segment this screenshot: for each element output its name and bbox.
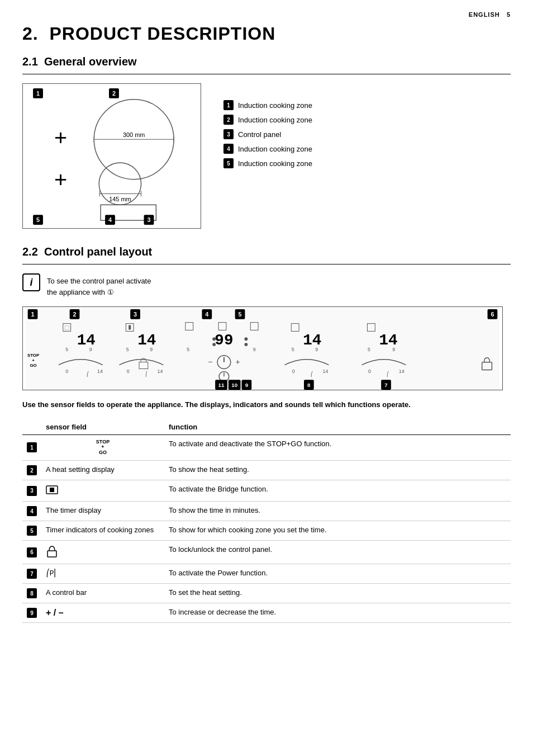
svg-text:0: 0 — [368, 368, 371, 374]
row-badge-6: 6 — [27, 547, 37, 557]
legend-badge-5: 5 — [223, 158, 234, 168]
row-num-7: 7 — [22, 564, 41, 584]
legend-item-5: 5 Induction cooking zone — [223, 158, 312, 168]
table-row: 3To activate the Bridge function. — [22, 480, 511, 502]
intro-text: Use the sensor fields to operate the app… — [22, 399, 511, 410]
svg-point-61 — [212, 343, 216, 346]
row-sensor-3 — [41, 480, 164, 502]
legend-item-4: 4 Induction cooking zone — [223, 144, 312, 154]
section-text: PRODUCT DESCRIPTION — [49, 23, 275, 44]
svg-text:5: 5 — [65, 347, 68, 352]
svg-rect-48 — [129, 325, 131, 330]
legend-label-4: Induction cooking zone — [238, 145, 312, 153]
svg-text:+: + — [236, 357, 240, 366]
page-header: ENGLISH 5 — [22, 11, 511, 18]
svg-text:+: + — [54, 125, 67, 149]
svg-text:1: 1 — [31, 311, 35, 318]
svg-text:99: 99 — [215, 332, 233, 349]
row-function-5: To show for which cooking zone you set t… — [164, 521, 511, 541]
svg-text:⎛: ⎛ — [387, 371, 389, 377]
stop-go-icon: STOP+GO — [46, 440, 160, 456]
svg-text:14: 14 — [77, 332, 96, 349]
svg-text:9: 9 — [150, 347, 153, 352]
svg-text:9: 9 — [392, 347, 395, 352]
col-function-header: function — [164, 419, 511, 435]
svg-rect-98 — [50, 488, 54, 492]
control-panel-diagram: 1 2 3 4 5 6 STOP + GO ⬚ 14 5 9 0 ⎛ 14 — [22, 306, 503, 390]
row-badge-8: 8 — [27, 588, 37, 598]
legend-badge-2: 2 — [223, 115, 234, 125]
table-row: 8A control barTo set the heat setting. — [22, 584, 511, 603]
bridge-icon — [46, 488, 58, 497]
row-sensor-2: A heat setting display — [41, 461, 164, 480]
row-num-8: 8 — [22, 584, 41, 603]
table-row: 2A heat setting displayTo show the heat … — [22, 461, 511, 480]
svg-text:3: 3 — [134, 311, 137, 318]
row-function-2: To show the heat setting. — [164, 461, 511, 480]
svg-text:14: 14 — [323, 368, 329, 374]
svg-text:⎛: ⎛ — [87, 371, 89, 377]
row-badge-1: 1 — [27, 442, 37, 452]
svg-text:145 mm: 145 mm — [109, 196, 131, 202]
svg-rect-23 — [26, 307, 500, 390]
svg-text:2: 2 — [73, 311, 77, 318]
sub-num-21: 2.1 — [22, 55, 38, 68]
legend-label-2: Induction cooking zone — [238, 116, 312, 124]
info-note: To see the control panel activatethe app… — [47, 277, 151, 296]
svg-text:1: 1 — [36, 90, 40, 97]
svg-point-63 — [244, 343, 248, 346]
table-row: 7⎛P⎜To activate the Power function. — [22, 564, 511, 584]
section-title: 2. PRODUCT DESCRIPTION — [22, 23, 511, 44]
svg-text:⎛: ⎛ — [311, 371, 313, 377]
row-sensor-5: Timer indicators of cooking zones — [41, 521, 164, 541]
row-sensor-8: A control bar — [41, 584, 164, 603]
sub-title-21: General overview — [44, 55, 137, 68]
legend-badge-3: 3 — [223, 129, 234, 139]
cooktop-diagram: 1 2 + 300 mm + 145 mm — [22, 83, 201, 229]
row-sensor-9: + / – — [41, 603, 164, 623]
row-num-3: 3 — [22, 480, 41, 502]
page-number: 5 — [507, 11, 511, 18]
row-badge-5: 5 — [27, 526, 37, 536]
table-row: 4The timer displayTo show the time in mi… — [22, 502, 511, 521]
svg-text:300 mm: 300 mm — [123, 131, 145, 138]
table-row: 6To lock/unlock the control panel. — [22, 541, 511, 564]
legend-item-3: 3 Control panel — [223, 129, 312, 139]
table-row: 9+ / –To increase or decrease the time. — [22, 603, 511, 623]
subsection-title-21: 2.1 General overview — [22, 55, 511, 68]
svg-text:9: 9 — [315, 347, 318, 352]
svg-text:0: 0 — [65, 368, 68, 374]
info-box: i To see the control panel activatethe a… — [22, 273, 511, 297]
svg-text:14: 14 — [158, 368, 163, 374]
svg-text:14: 14 — [303, 332, 321, 349]
svg-text:11: 11 — [218, 382, 225, 388]
row-badge-3: 3 — [27, 486, 37, 496]
svg-text:2: 2 — [112, 90, 116, 97]
row-badge-2: 2 — [27, 465, 37, 475]
row-sensor-7: ⎛P⎜ — [41, 564, 164, 584]
row-function-9: To increase or decrease the time. — [164, 603, 511, 623]
legend-badge-4: 4 — [223, 144, 234, 154]
svg-text:9: 9 — [89, 347, 92, 352]
svg-text:⎛: ⎛ — [145, 371, 148, 377]
svg-text:5: 5 — [368, 347, 370, 352]
control-panel-section: 2.2 Control panel layout i To see the co… — [22, 245, 511, 623]
svg-text:3: 3 — [147, 216, 150, 223]
svg-point-60 — [212, 337, 216, 341]
svg-text:14: 14 — [137, 332, 156, 349]
legend-item-2: 2 Induction cooking zone — [223, 115, 312, 125]
sub-title-22: Control panel layout — [44, 245, 152, 258]
svg-text:0: 0 — [292, 368, 295, 374]
svg-text:4: 4 — [205, 311, 208, 318]
power-icon: ⎛P⎜ — [46, 569, 57, 578]
row-function-4: To show the time in minutes. — [164, 502, 511, 521]
row-num-6: 6 — [22, 541, 41, 564]
legend-label-5: Induction cooking zone — [238, 159, 312, 168]
row-badge-4: 4 — [27, 506, 37, 516]
row-num-5: 5 — [22, 521, 41, 541]
info-text: To see the control panel activatethe app… — [47, 273, 151, 297]
svg-text:5: 5 — [126, 347, 129, 352]
svg-rect-99 — [47, 551, 56, 557]
svg-text:9: 9 — [245, 382, 249, 388]
lock-icon — [46, 551, 58, 559]
